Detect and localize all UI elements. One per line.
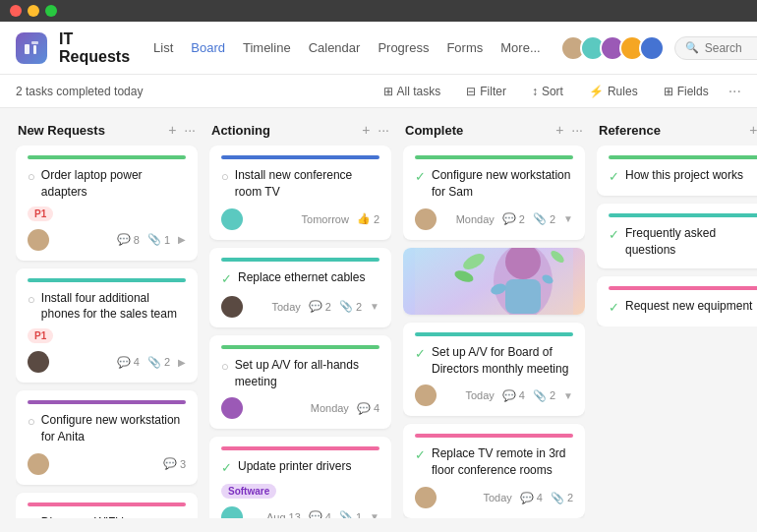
comment-count: 💬 4 [502,389,525,402]
comment-icon: 💬 [502,212,516,225]
card-title: ○ Set up A/V for all-hands meeting [221,357,379,390]
check-done-icon[interactable]: ✓ [415,168,426,186]
maximize-button[interactable] [45,5,57,17]
titlebar [0,0,757,22]
sort-button[interactable]: ↕ Sort [526,83,569,100]
more-options-button[interactable]: ··· [728,83,741,100]
nav-board[interactable]: Board [183,36,233,59]
column-menu-actioning[interactable]: ··· [378,122,389,138]
attach-icon: 📎 [339,300,353,313]
minimize-button[interactable] [28,5,39,17]
add-card-actioning[interactable]: + [362,122,370,138]
add-card-reference[interactable]: + [749,122,757,138]
all-tasks-button[interactable]: ⊞ All tasks [378,83,447,100]
card-update-printers: ✓ Update printer drivers Software Aug 13… [209,437,391,518]
tasks-completed-text: 2 tasks completed today [16,85,366,98]
check-icon[interactable]: ○ [28,168,35,186]
column-menu-complete[interactable]: ··· [571,122,583,138]
column-title-actioning: Actioning [211,123,270,138]
main-nav: List Board Timeline Calendar Progress Fo… [146,36,549,59]
column-header-reference: Reference + ··· [597,122,757,138]
comment-count: 💬 4 [357,402,379,415]
svg-rect-2 [33,45,36,54]
card-bar [28,155,186,159]
rules-button[interactable]: ⚡ Rules [583,83,644,100]
check-done-icon[interactable]: ✓ [609,299,619,317]
card-avatar [28,453,49,475]
board: New Requests + ··· ○ Order laptop power … [0,108,757,532]
nav-list[interactable]: List [146,36,181,59]
header-right: 🔍 + ? [560,34,757,62]
column-actions-new-requests: + ··· [168,122,196,138]
check-done-icon[interactable]: ✓ [415,345,426,363]
nav-timeline[interactable]: Timeline [235,36,299,59]
chevron-down-icon[interactable]: ▼ [370,301,379,312]
check-icon[interactable]: ○ [28,291,35,309]
chevron-right-icon[interactable]: ▶ [178,357,186,368]
card-bar [415,332,573,336]
comment-icon: 💬 [117,233,131,246]
check-done-icon[interactable]: ✓ [609,226,619,244]
card-bar [221,345,379,349]
attachment-count: 📎 2 [551,492,573,504]
card-footer: Monday 💬 2 📎 2 ▼ [415,208,573,230]
nav-calendar[interactable]: Calendar [301,36,369,59]
column-title-reference: Reference [599,123,661,138]
card-footer: Today 💬 4 📎 2 ▼ [415,384,573,406]
card-how-project-works: ✓ How this project works [597,146,757,196]
nav-forms[interactable]: Forms [438,36,491,59]
card-meta: Today 💬 2 📎 2 ▼ [271,300,379,313]
comment-count: 💬 8 [117,233,140,246]
app-icon [16,32,47,64]
card-footer: Aug 13 💬 4 📎 1 ▼ [221,506,379,518]
comment-count: 💬 2 [502,212,525,225]
column-complete: Complete + ··· ✓ Configure new workstati… [403,122,585,518]
attachment-count: 📎 2 [339,300,362,313]
card-bar [609,155,757,159]
column-menu-new-requests[interactable]: ··· [184,122,196,138]
check-done-icon[interactable]: ✓ [221,459,232,477]
svg-rect-0 [25,44,29,54]
thumbs-up: 👍 2 [357,212,379,225]
card-order-laptop: ○ Order laptop power adapters P1 💬 8 📎 1 [16,146,198,261]
check-icon[interactable]: ○ [221,168,229,186]
close-button[interactable] [10,5,22,17]
card-bar [221,155,379,159]
check-done-icon[interactable]: ✓ [221,270,232,288]
card-title: ○ Order laptop power adapters [28,167,186,201]
attach-icon: 📎 [533,212,547,225]
fields-button[interactable]: ⊞ Fields [658,83,715,100]
add-card-new-requests[interactable]: + [168,122,176,138]
comment-icon: 💬 [117,356,131,369]
card-image [403,248,585,315]
grid-icon: ⊞ [383,85,393,98]
search-input[interactable] [705,41,757,55]
cards-reference: ✓ How this project works ✓ Frequently as… [597,146,757,326]
check-done-icon[interactable]: ✓ [609,168,619,186]
card-replace-cables: ✓ Replace ethernet cables Today 💬 2 📎 2 [209,248,391,327]
search-box[interactable]: 🔍 [674,36,757,60]
chevron-down-icon[interactable]: ▼ [370,511,379,518]
check-done-icon[interactable]: ✓ [415,446,426,464]
column-title-new-requests: New Requests [18,123,105,138]
card-title: ○ Configure new workstation for Anita [28,412,186,445]
card-bar [415,155,573,159]
check-icon[interactable]: ○ [28,515,35,518]
add-card-complete[interactable]: + [555,122,563,138]
svg-rect-1 [31,41,38,44]
priority-badge: P1 [28,328,53,343]
card-avatar [415,384,437,406]
nav-progress[interactable]: Progress [370,36,437,59]
chevron-down-icon[interactable]: ▼ [563,390,573,401]
chevron-down-icon[interactable]: ▼ [563,213,573,224]
card-title: ✓ How this project works [609,167,757,186]
filter-button[interactable]: ⊟ Filter [460,83,512,100]
check-icon[interactable]: ○ [221,358,229,376]
card-avatar [28,229,49,251]
check-icon[interactable]: ○ [28,413,35,431]
card-footer: Tomorrow 👍 2 [221,208,379,230]
chevron-right-icon[interactable]: ▶ [178,234,186,245]
nav-more[interactable]: More... [493,36,548,59]
attach-icon: 📎 [551,492,564,504]
card-footer: Today 💬 2 📎 2 ▼ [221,296,379,318]
